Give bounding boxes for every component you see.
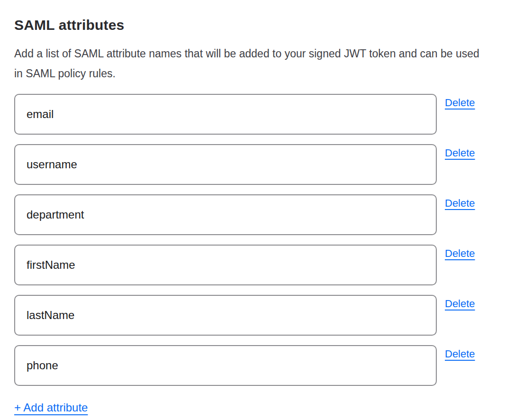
attribute-input[interactable] [14,144,437,185]
delete-link[interactable]: Delete [445,247,475,260]
delete-link[interactable]: Delete [445,97,475,109]
attribute-row: Delete [14,144,505,185]
delete-link[interactable]: Delete [445,298,475,310]
add-attribute-link[interactable]: + Add attribute [14,401,88,414]
page-title: SAML attributes [14,17,505,33]
attribute-row: Delete [14,345,505,386]
attribute-row: Delete [14,295,505,336]
attribute-row: Delete [14,94,505,135]
section-description: Add a list of SAML attribute names that … [14,44,483,83]
attribute-input[interactable] [14,245,437,285]
attribute-input[interactable] [14,295,437,336]
attribute-row: Delete [14,245,505,285]
attribute-input[interactable] [14,94,437,135]
attribute-input[interactable] [14,345,437,386]
delete-link[interactable]: Delete [445,197,475,210]
delete-link[interactable]: Delete [445,147,475,159]
delete-link[interactable]: Delete [445,348,475,360]
saml-attributes-section: SAML attributes Add a list of SAML attri… [0,0,505,414]
attribute-row: Delete [14,194,505,235]
attribute-input[interactable] [14,194,437,235]
